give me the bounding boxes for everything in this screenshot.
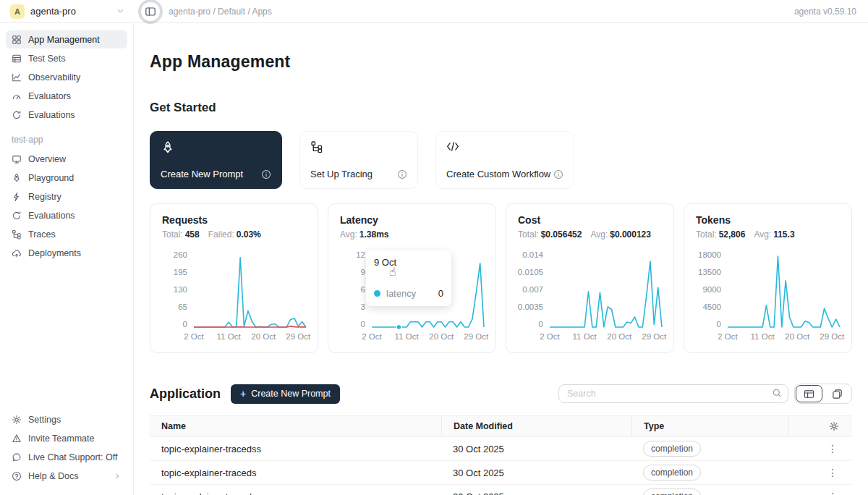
type-cell: completion bbox=[631, 488, 788, 495]
chevron-down-icon bbox=[116, 7, 125, 16]
info-icon[interactable] bbox=[261, 169, 271, 179]
sidebar-item-settings[interactable]: Settings bbox=[6, 410, 127, 428]
stat: Failed:0.03% bbox=[208, 229, 261, 240]
table-settings-button[interactable] bbox=[829, 421, 839, 431]
set-up-tracing-card[interactable]: Set Up Tracing bbox=[299, 131, 418, 189]
sidebar-item-help-docs[interactable]: Help & Docs bbox=[6, 467, 127, 485]
metric-cards: RequestsTotal:458Failed:0.03%26019513065… bbox=[150, 203, 852, 353]
chart-icon bbox=[12, 72, 22, 82]
app-name-cell: topic-explainer-traceds bbox=[150, 468, 441, 478]
get-started-title: Get Started bbox=[150, 101, 852, 115]
monitor-icon bbox=[12, 154, 22, 164]
tracing-tree-icon bbox=[310, 140, 407, 153]
sidebar-item-observability[interactable]: Observability bbox=[6, 68, 127, 86]
sidebar-item-label: App Management bbox=[28, 35, 100, 45]
y-axis-labels: 260195130650 bbox=[162, 250, 194, 329]
stat: Total:52,806 bbox=[696, 229, 745, 240]
row-kebab-menu[interactable]: ⋮ bbox=[825, 443, 841, 454]
gear-icon bbox=[829, 421, 839, 431]
chart-tooltip: 9 Oct☝latency0 bbox=[366, 250, 451, 306]
start-card-label: Create Custom Workflow bbox=[446, 169, 550, 179]
table-view-button[interactable] bbox=[795, 384, 823, 403]
x-axis-labels: 2 Oct11 Oct20 Oct29 Oct bbox=[194, 332, 306, 343]
pointer-hand-icon: ☝ bbox=[389, 265, 396, 279]
row-kebab-menu[interactable]: ⋮ bbox=[825, 467, 841, 478]
create-new-prompt-card[interactable]: Create New Prompt bbox=[150, 131, 282, 189]
sidebar-item-label: Evaluations bbox=[28, 110, 75, 120]
sidebar-item-label: Overview bbox=[28, 154, 66, 164]
workspace-selector[interactable]: A agenta-pro bbox=[0, 0, 134, 22]
stat: Avg:115.3 bbox=[754, 229, 794, 240]
sidebar-collapse-button[interactable] bbox=[142, 4, 158, 20]
sidebar-bottom-nav: SettingsInvite TeammateLive Chat Support… bbox=[6, 410, 127, 485]
chart-stats: Total:458Failed:0.03% bbox=[162, 229, 306, 240]
create-new-prompt-button[interactable]: + Create New Prompt bbox=[231, 384, 340, 404]
bolt-icon bbox=[12, 192, 22, 202]
create-button-label: Create New Prompt bbox=[251, 389, 331, 399]
sidebar-item-label: Live Chat Support: Off bbox=[28, 452, 117, 462]
type-badge: completion bbox=[643, 465, 701, 480]
tree-icon bbox=[12, 229, 22, 240]
tooltip-value: 0 bbox=[438, 288, 443, 299]
sidebar-item-label: Evaluations bbox=[28, 211, 75, 221]
column-header-date-modified[interactable]: Date Modified bbox=[441, 416, 631, 436]
column-header-actions bbox=[788, 416, 852, 436]
sidebar-item-registry[interactable]: Registry bbox=[6, 187, 127, 206]
search-box bbox=[558, 384, 788, 403]
cost-chart-card: CostTotal:$0.056452Avg:$0.0001230.0140.0… bbox=[506, 203, 674, 353]
sidebar-main-nav: App ManagementTest SetsObservabilityEval… bbox=[6, 30, 127, 124]
sidebar-item-deployments[interactable]: Deployments bbox=[6, 244, 127, 262]
chart-title: Tokens bbox=[696, 214, 840, 226]
sidebar-item-evaluations[interactable]: Evaluations bbox=[6, 206, 127, 224]
tooltip-series-name: latency bbox=[386, 288, 416, 299]
sidebar-item-playground[interactable]: Playground bbox=[6, 169, 127, 187]
latency-chart-card: LatencyAvg:1.38ms1296302 Oct11 Oct20 Oct… bbox=[328, 203, 496, 353]
stat: Avg:$0.000123 bbox=[590, 229, 651, 240]
chevron-right-icon bbox=[113, 472, 122, 481]
app-version: agenta v0.59.10 bbox=[794, 7, 856, 17]
page-title: App Management bbox=[150, 52, 852, 72]
type-badge: completion bbox=[643, 488, 701, 495]
sidebar-item-label: Settings bbox=[28, 415, 61, 425]
chart-title: Latency bbox=[340, 214, 484, 226]
column-header-name[interactable]: Name bbox=[150, 416, 441, 436]
info-icon[interactable] bbox=[397, 169, 407, 179]
row-kebab-menu[interactable]: ⋮ bbox=[825, 491, 841, 495]
search-icon bbox=[772, 388, 782, 398]
sidebar-item-evaluators[interactable]: Evaluators bbox=[6, 87, 127, 105]
sidebar-item-invite-teammate[interactable]: Invite Teammate bbox=[6, 429, 127, 447]
table-row[interactable]: topic-explainer-traced30 Oct 2025complet… bbox=[150, 485, 852, 495]
chart-plot bbox=[728, 250, 840, 329]
chat-icon bbox=[12, 452, 22, 462]
sidebar-app-nav: OverviewPlaygroundRegistryEvaluationsTra… bbox=[6, 150, 127, 262]
application-header: Application + Create New Prompt bbox=[150, 384, 852, 404]
info-icon[interactable] bbox=[553, 169, 563, 179]
sidebar-item-traces[interactable]: Traces bbox=[6, 225, 127, 243]
x-axis-labels: 2 Oct11 Oct20 Oct29 Oct bbox=[372, 332, 484, 343]
grid-icon bbox=[12, 35, 22, 45]
create-custom-workflow-card[interactable]: Create Custom Workflow bbox=[435, 131, 574, 189]
card-view-button[interactable] bbox=[823, 384, 851, 403]
sidebar-item-evaluations[interactable]: Evaluations bbox=[6, 106, 127, 124]
chart-plot bbox=[550, 250, 662, 329]
table-row[interactable]: topic-explainer-tracedss30 Oct 2025compl… bbox=[150, 437, 852, 461]
sidebar-item-overview[interactable]: Overview bbox=[6, 150, 127, 168]
table-icon bbox=[12, 54, 22, 64]
application-title: Application bbox=[150, 386, 221, 402]
sidebar-item-label: Help & Docs bbox=[28, 471, 78, 481]
table-row[interactable]: topic-explainer-traceds30 Oct 2025comple… bbox=[150, 461, 852, 485]
sidebar-item-live-chat-support-off[interactable]: Live Chat Support: Off bbox=[6, 448, 127, 466]
rocket-icon bbox=[161, 140, 271, 155]
search-input[interactable] bbox=[558, 384, 788, 403]
applications-table: Name Date Modified Type topic-explainer-… bbox=[150, 415, 852, 495]
cycle-icon bbox=[12, 211, 22, 221]
start-card-label: Create New Prompt bbox=[161, 169, 243, 179]
column-header-type[interactable]: Type bbox=[631, 416, 788, 436]
invite-icon bbox=[12, 433, 22, 444]
sidebar-item-label: Invite Teammate bbox=[28, 433, 94, 444]
stat: Total:$0.056452 bbox=[518, 229, 582, 240]
type-cell: completion bbox=[631, 465, 788, 480]
sidebar-item-app-management[interactable]: App Management bbox=[6, 30, 127, 48]
help-icon bbox=[12, 471, 22, 481]
sidebar-item-test-sets[interactable]: Test Sets bbox=[6, 49, 127, 67]
